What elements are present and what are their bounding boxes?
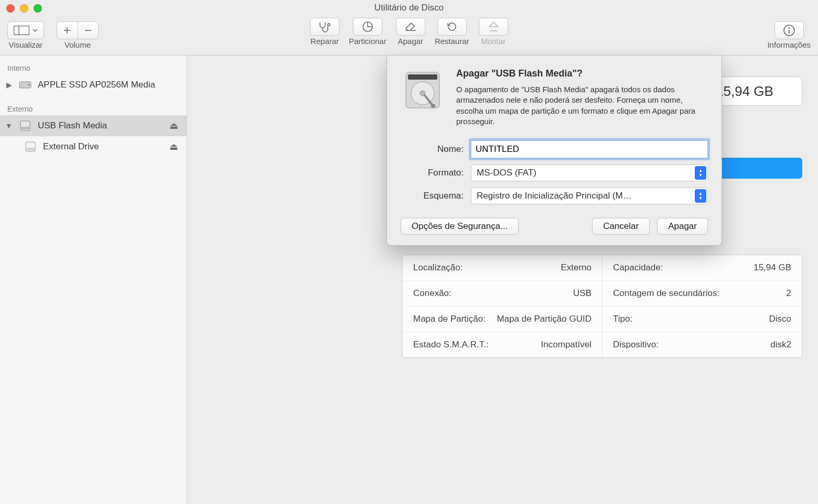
toolbar-label: Volume bbox=[64, 40, 91, 49]
eject-icon[interactable]: ⏏ bbox=[169, 120, 181, 132]
sidebar: Interno ▶ APPLE SSD AP0256M Media Extern… bbox=[0, 56, 187, 504]
info-key: Tipo: bbox=[613, 314, 632, 324]
svg-point-5 bbox=[788, 27, 790, 29]
name-field[interactable] bbox=[471, 140, 708, 158]
name-label: Nome: bbox=[402, 144, 464, 155]
cancel-button[interactable]: Cancelar bbox=[592, 218, 650, 235]
format-value: MS-DOS (FAT) bbox=[477, 168, 536, 178]
mount-button[interactable] bbox=[479, 18, 508, 36]
svg-rect-11 bbox=[26, 148, 35, 150]
info-key: Conexão: bbox=[413, 288, 451, 299]
main-content: 15,94 GB Localização:Externo Conexão:USB… bbox=[187, 56, 818, 504]
erase-button[interactable] bbox=[396, 18, 425, 36]
toolbar-label: Particionar bbox=[349, 37, 386, 46]
sheet-title: Apagar "USB Flash Media"? bbox=[456, 68, 708, 79]
eject-icon[interactable]: ⏏ bbox=[169, 141, 181, 152]
titlebar: Utilitário de Disco bbox=[0, 0, 818, 16]
stepper-icon bbox=[695, 189, 706, 203]
info-key: Capacidade: bbox=[613, 262, 663, 273]
external-drive-icon bbox=[23, 140, 38, 153]
svg-rect-0 bbox=[14, 26, 29, 35]
scheme-label: Esquema: bbox=[402, 191, 464, 201]
svg-rect-13 bbox=[408, 74, 437, 80]
info-icon bbox=[783, 24, 795, 37]
hard-drive-icon bbox=[401, 68, 445, 112]
info-value: disk2 bbox=[770, 339, 791, 350]
info-value: USB bbox=[573, 288, 591, 299]
sidebar-section-internal: Interno bbox=[0, 61, 187, 74]
first-aid-button[interactable] bbox=[310, 18, 339, 36]
info-value: Disco bbox=[769, 314, 791, 324]
sidebar-item-label: USB Flash Media bbox=[38, 120, 107, 131]
minus-icon bbox=[84, 26, 92, 35]
sheet-description: O apagamento de "USB Flash Media" apagar… bbox=[456, 84, 708, 127]
format-label: Formato: bbox=[402, 168, 464, 178]
plus-icon bbox=[63, 26, 71, 35]
partition-button[interactable] bbox=[353, 18, 382, 36]
erase-confirm-button[interactable]: Apagar bbox=[657, 218, 708, 235]
info-key: Contagem de secundários: bbox=[613, 288, 719, 299]
info-key: Estado S.M.A.R.T.: bbox=[413, 339, 489, 350]
add-volume-button[interactable] bbox=[57, 26, 78, 35]
info-value: Incompatível bbox=[541, 339, 591, 350]
stethoscope-icon bbox=[318, 21, 331, 32]
info-panel: Localização:Externo Conexão:USB Mapa de … bbox=[402, 255, 802, 358]
zoom-window-button[interactable] bbox=[34, 4, 42, 13]
info-button[interactable] bbox=[774, 21, 804, 39]
info-value: Mapa de Partição GUID bbox=[497, 314, 591, 324]
toolbar-label: Montar bbox=[481, 37, 505, 46]
mount-icon bbox=[488, 20, 499, 33]
info-key: Dispositivo: bbox=[613, 339, 659, 350]
format-select[interactable]: MS-DOS (FAT) bbox=[471, 165, 708, 181]
scheme-value: Registro de Inicialização Principal (M… bbox=[477, 191, 632, 201]
sidebar-icon bbox=[14, 26, 29, 35]
sidebar-section-external: Externo bbox=[0, 102, 187, 115]
minimize-window-button[interactable] bbox=[20, 4, 28, 13]
restore-icon bbox=[446, 20, 458, 33]
scheme-select[interactable]: Registro de Inicialização Principal (M… bbox=[471, 188, 708, 204]
stepper-icon bbox=[695, 166, 706, 180]
sidebar-item-label: External Drive bbox=[43, 141, 99, 152]
restore-button[interactable] bbox=[437, 18, 467, 36]
info-key: Mapa de Partição: bbox=[413, 314, 486, 324]
hdd-icon bbox=[18, 79, 33, 91]
sidebar-item-internal-disk[interactable]: ▶ APPLE SSD AP0256M Media bbox=[0, 74, 187, 95]
toolbar-label: Reparar bbox=[310, 37, 339, 46]
sidebar-item-external-drive[interactable]: External Drive ⏏ bbox=[0, 136, 187, 157]
security-options-button[interactable]: Opções de Segurança... bbox=[401, 218, 519, 235]
close-window-button[interactable] bbox=[6, 4, 15, 13]
info-value: 15,94 GB bbox=[754, 262, 791, 273]
disclosure-right-icon[interactable]: ▶ bbox=[5, 81, 13, 89]
view-button[interactable] bbox=[7, 21, 44, 39]
sidebar-item-usb-flash-media[interactable]: ▼ USB Flash Media ⏏ bbox=[0, 115, 187, 136]
svg-point-7 bbox=[28, 84, 30, 86]
chevron-down-icon bbox=[33, 29, 38, 32]
volume-button-group bbox=[57, 21, 99, 39]
toolbar: Visualizar Volume Reparar bbox=[0, 16, 818, 56]
toolbar-label: Visualizar bbox=[9, 40, 43, 49]
info-value: 2 bbox=[787, 288, 791, 299]
svg-rect-9 bbox=[20, 127, 30, 129]
info-value: Externo bbox=[561, 262, 591, 273]
toolbar-label: Informações bbox=[767, 40, 811, 49]
svg-point-2 bbox=[328, 24, 330, 26]
erase-sheet: Apagar "USB Flash Media"? O apagamento d… bbox=[386, 56, 722, 246]
window-controls bbox=[6, 4, 42, 13]
toolbar-label: Restaurar bbox=[435, 37, 469, 46]
remove-volume-button[interactable] bbox=[78, 26, 98, 35]
external-drive-icon bbox=[18, 119, 33, 132]
sidebar-item-label: APPLE SSD AP0256M Media bbox=[38, 80, 155, 90]
window-title: Utilitário de Disco bbox=[0, 3, 818, 13]
pie-icon bbox=[361, 20, 374, 33]
svg-point-16 bbox=[431, 104, 435, 108]
info-key: Localização: bbox=[413, 262, 463, 273]
disclosure-down-icon[interactable]: ▼ bbox=[5, 122, 13, 130]
disk-utility-window: Utilitário de Disco Visualizar bbox=[0, 0, 818, 504]
eraser-icon bbox=[404, 21, 417, 32]
toolbar-label: Apagar bbox=[398, 37, 423, 46]
